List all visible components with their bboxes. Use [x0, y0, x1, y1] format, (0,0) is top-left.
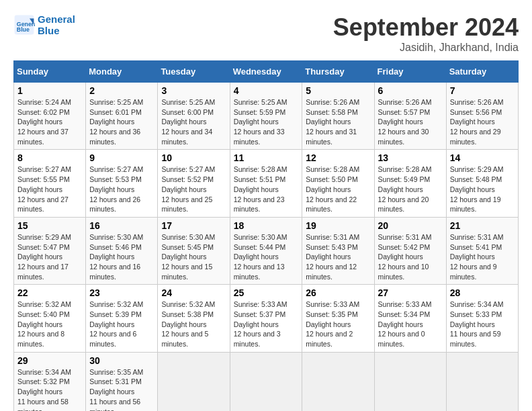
day-info: Sunrise: 5:26 AM Sunset: 5:57 PM Dayligh…: [378, 97, 443, 146]
day-info: Sunrise: 5:27 AM Sunset: 5:52 PM Dayligh…: [161, 165, 226, 214]
calendar-cell: 16 Sunrise: 5:30 AM Sunset: 5:46 PM Dayl…: [86, 217, 158, 284]
calendar-cell: [446, 352, 518, 411]
day-info: Sunrise: 5:26 AM Sunset: 5:58 PM Dayligh…: [306, 97, 370, 146]
day-number: 26: [306, 287, 370, 298]
calendar-cell: 13 Sunrise: 5:28 AM Sunset: 5:49 PM Dayl…: [374, 150, 446, 217]
location: Jasidih, Jharkhand, India: [333, 42, 519, 54]
day-number: 22: [17, 287, 82, 298]
calendar-cell: 19 Sunrise: 5:31 AM Sunset: 5:43 PM Dayl…: [302, 217, 374, 284]
calendar-cell: 27 Sunrise: 5:33 AM Sunset: 5:34 PM Dayl…: [374, 285, 446, 352]
header-cell-wednesday: Wednesday: [230, 61, 302, 83]
day-info: Sunrise: 5:29 AM Sunset: 5:47 PM Dayligh…: [17, 232, 82, 281]
calendar-cell: [374, 352, 446, 411]
day-info: Sunrise: 5:25 AM Sunset: 5:59 PM Dayligh…: [234, 97, 299, 146]
calendar-cell: 29 Sunrise: 5:34 AM Sunset: 5:32 PM Dayl…: [14, 352, 86, 411]
day-number: 28: [450, 287, 515, 298]
logo: General Blue GeneralBlue: [13, 13, 75, 36]
calendar-cell: 22 Sunrise: 5:32 AM Sunset: 5:40 PM Dayl…: [14, 285, 86, 352]
day-number: 2: [89, 85, 154, 96]
calendar-cell: 5 Sunrise: 5:26 AM Sunset: 5:58 PM Dayli…: [302, 83, 374, 150]
day-info: Sunrise: 5:33 AM Sunset: 5:35 PM Dayligh…: [306, 300, 370, 349]
day-info: Sunrise: 5:28 AM Sunset: 5:50 PM Dayligh…: [306, 165, 370, 214]
day-number: 29: [17, 355, 82, 366]
day-number: 14: [450, 152, 515, 163]
calendar-cell: 30 Sunrise: 5:35 AM Sunset: 5:31 PM Dayl…: [86, 352, 158, 411]
calendar-cell: 17 Sunrise: 5:30 AM Sunset: 5:45 PM Dayl…: [158, 217, 230, 284]
week-row-3: 15 Sunrise: 5:29 AM Sunset: 5:47 PM Dayl…: [14, 217, 519, 284]
day-number: 12: [306, 152, 370, 163]
day-info: Sunrise: 5:32 AM Sunset: 5:40 PM Dayligh…: [17, 300, 82, 349]
day-info: Sunrise: 5:29 AM Sunset: 5:48 PM Dayligh…: [450, 165, 515, 214]
day-number: 4: [234, 85, 299, 96]
calendar-header: SundayMondayTuesdayWednesdayThursdayFrid…: [14, 61, 519, 83]
day-info: Sunrise: 5:27 AM Sunset: 5:53 PM Dayligh…: [89, 165, 154, 214]
day-info: Sunrise: 5:26 AM Sunset: 5:56 PM Dayligh…: [450, 97, 515, 146]
calendar-cell: 24 Sunrise: 5:32 AM Sunset: 5:38 PM Dayl…: [158, 285, 230, 352]
day-info: Sunrise: 5:30 AM Sunset: 5:44 PM Dayligh…: [234, 232, 299, 281]
header-cell-sunday: Sunday: [14, 61, 86, 83]
calendar-cell: 26 Sunrise: 5:33 AM Sunset: 5:35 PM Dayl…: [302, 285, 374, 352]
header-cell-monday: Monday: [86, 61, 158, 83]
day-info: Sunrise: 5:35 AM Sunset: 5:31 PM Dayligh…: [89, 367, 154, 411]
calendar-cell: [230, 352, 302, 411]
calendar-cell: 21 Sunrise: 5:31 AM Sunset: 5:41 PM Dayl…: [446, 217, 518, 284]
day-number: 15: [17, 220, 82, 231]
day-info: Sunrise: 5:31 AM Sunset: 5:42 PM Dayligh…: [378, 232, 443, 281]
day-info: Sunrise: 5:30 AM Sunset: 5:46 PM Dayligh…: [89, 232, 154, 281]
svg-text:Blue: Blue: [17, 26, 30, 33]
header-cell-saturday: Saturday: [446, 61, 518, 83]
day-number: 21: [450, 220, 515, 231]
day-number: 25: [234, 287, 299, 298]
day-number: 5: [306, 85, 370, 96]
day-info: Sunrise: 5:33 AM Sunset: 5:37 PM Dayligh…: [234, 300, 299, 349]
calendar-cell: 1 Sunrise: 5:24 AM Sunset: 6:02 PM Dayli…: [14, 83, 86, 150]
calendar-cell: 3 Sunrise: 5:25 AM Sunset: 6:00 PM Dayli…: [158, 83, 230, 150]
day-number: 30: [89, 355, 154, 366]
month-title: September 2024: [333, 13, 519, 42]
calendar-cell: 20 Sunrise: 5:31 AM Sunset: 5:42 PM Dayl…: [374, 217, 446, 284]
calendar-body: 1 Sunrise: 5:24 AM Sunset: 6:02 PM Dayli…: [14, 83, 519, 412]
week-row-1: 1 Sunrise: 5:24 AM Sunset: 6:02 PM Dayli…: [14, 83, 519, 150]
day-info: Sunrise: 5:25 AM Sunset: 6:01 PM Dayligh…: [89, 97, 154, 146]
calendar-cell: 15 Sunrise: 5:29 AM Sunset: 5:47 PM Dayl…: [14, 217, 86, 284]
calendar-cell: 25 Sunrise: 5:33 AM Sunset: 5:37 PM Dayl…: [230, 285, 302, 352]
day-number: 11: [234, 152, 299, 163]
day-number: 23: [89, 287, 154, 298]
day-number: 27: [378, 287, 443, 298]
week-row-2: 8 Sunrise: 5:27 AM Sunset: 5:55 PM Dayli…: [14, 150, 519, 217]
day-info: Sunrise: 5:34 AM Sunset: 5:33 PM Dayligh…: [450, 300, 515, 349]
day-info: Sunrise: 5:24 AM Sunset: 6:02 PM Dayligh…: [17, 97, 82, 146]
day-number: 7: [450, 85, 515, 96]
day-info: Sunrise: 5:33 AM Sunset: 5:34 PM Dayligh…: [378, 300, 443, 349]
calendar-cell: 12 Sunrise: 5:28 AM Sunset: 5:50 PM Dayl…: [302, 150, 374, 217]
header-cell-friday: Friday: [374, 61, 446, 83]
calendar-cell: 14 Sunrise: 5:29 AM Sunset: 5:48 PM Dayl…: [446, 150, 518, 217]
header: General Blue GeneralBlue September 2024 …: [13, 13, 519, 54]
day-number: 18: [234, 220, 299, 231]
logo-icon: General Blue: [13, 14, 35, 36]
day-number: 19: [306, 220, 370, 231]
calendar-cell: 8 Sunrise: 5:27 AM Sunset: 5:55 PM Dayli…: [14, 150, 86, 217]
day-info: Sunrise: 5:25 AM Sunset: 6:00 PM Dayligh…: [161, 97, 226, 146]
day-info: Sunrise: 5:34 AM Sunset: 5:32 PM Dayligh…: [17, 367, 82, 411]
day-number: 3: [161, 85, 226, 96]
day-info: Sunrise: 5:31 AM Sunset: 5:41 PM Dayligh…: [450, 232, 515, 281]
day-number: 10: [161, 152, 226, 163]
day-info: Sunrise: 5:32 AM Sunset: 5:39 PM Dayligh…: [89, 300, 154, 349]
day-number: 8: [17, 152, 82, 163]
calendar-cell: 23 Sunrise: 5:32 AM Sunset: 5:39 PM Dayl…: [86, 285, 158, 352]
day-number: 16: [89, 220, 154, 231]
calendar-table: SundayMondayTuesdayWednesdayThursdayFrid…: [13, 60, 519, 411]
day-info: Sunrise: 5:28 AM Sunset: 5:49 PM Dayligh…: [378, 165, 443, 214]
day-number: 17: [161, 220, 226, 231]
calendar-cell: 18 Sunrise: 5:30 AM Sunset: 5:44 PM Dayl…: [230, 217, 302, 284]
day-info: Sunrise: 5:31 AM Sunset: 5:43 PM Dayligh…: [306, 232, 370, 281]
calendar-cell: 9 Sunrise: 5:27 AM Sunset: 5:53 PM Dayli…: [86, 150, 158, 217]
calendar-cell: 28 Sunrise: 5:34 AM Sunset: 5:33 PM Dayl…: [446, 285, 518, 352]
header-row: SundayMondayTuesdayWednesdayThursdayFrid…: [14, 61, 519, 83]
day-number: 24: [161, 287, 226, 298]
day-info: Sunrise: 5:32 AM Sunset: 5:38 PM Dayligh…: [161, 300, 226, 349]
calendar-cell: 2 Sunrise: 5:25 AM Sunset: 6:01 PM Dayli…: [86, 83, 158, 150]
calendar-cell: 11 Sunrise: 5:28 AM Sunset: 5:51 PM Dayl…: [230, 150, 302, 217]
header-cell-thursday: Thursday: [302, 61, 374, 83]
